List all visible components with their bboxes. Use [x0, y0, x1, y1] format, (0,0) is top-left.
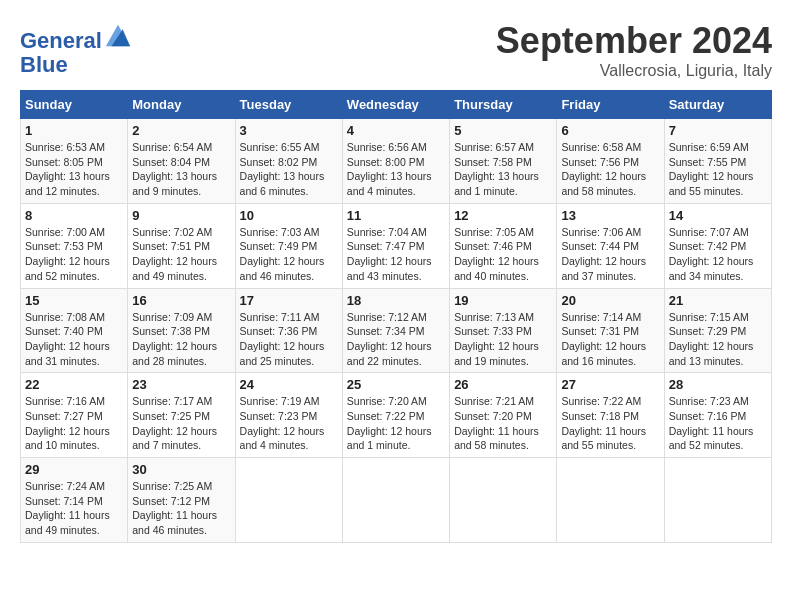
day-number: 1: [25, 123, 123, 138]
title-block: September 2024 Vallecrosia, Liguria, Ita…: [496, 20, 772, 80]
calendar-cell-day-25: 25 Sunrise: 7:20 AM Sunset: 7:22 PM Dayl…: [342, 373, 449, 458]
day-number: 26: [454, 377, 552, 392]
empty-cell: [557, 458, 664, 543]
day-info: Sunrise: 7:22 AM Sunset: 7:18 PM Dayligh…: [561, 394, 659, 453]
day-info: Sunrise: 7:15 AM Sunset: 7:29 PM Dayligh…: [669, 310, 767, 369]
table-row: 1 Sunrise: 6:53 AM Sunset: 8:05 PM Dayli…: [21, 119, 772, 204]
empty-cell: [342, 458, 449, 543]
calendar-cell-day-19: 19 Sunrise: 7:13 AM Sunset: 7:33 PM Dayl…: [450, 288, 557, 373]
day-info: Sunrise: 7:08 AM Sunset: 7:40 PM Dayligh…: [25, 310, 123, 369]
day-info: Sunrise: 7:05 AM Sunset: 7:46 PM Dayligh…: [454, 225, 552, 284]
day-number: 7: [669, 123, 767, 138]
day-info: Sunrise: 6:59 AM Sunset: 7:55 PM Dayligh…: [669, 140, 767, 199]
day-number: 4: [347, 123, 445, 138]
table-row: 15 Sunrise: 7:08 AM Sunset: 7:40 PM Dayl…: [21, 288, 772, 373]
day-number: 18: [347, 293, 445, 308]
calendar-cell-day-22: 22 Sunrise: 7:16 AM Sunset: 7:27 PM Dayl…: [21, 373, 128, 458]
day-info: Sunrise: 7:14 AM Sunset: 7:31 PM Dayligh…: [561, 310, 659, 369]
col-tuesday: Tuesday: [235, 91, 342, 119]
calendar-cell-day-3: 3 Sunrise: 6:55 AM Sunset: 8:02 PM Dayli…: [235, 119, 342, 204]
day-info: Sunrise: 7:03 AM Sunset: 7:49 PM Dayligh…: [240, 225, 338, 284]
day-number: 25: [347, 377, 445, 392]
day-info: Sunrise: 7:07 AM Sunset: 7:42 PM Dayligh…: [669, 225, 767, 284]
calendar-cell-day-16: 16 Sunrise: 7:09 AM Sunset: 7:38 PM Dayl…: [128, 288, 235, 373]
day-number: 11: [347, 208, 445, 223]
table-row: 29 Sunrise: 7:24 AM Sunset: 7:14 PM Dayl…: [21, 458, 772, 543]
calendar-cell-day-1: 1 Sunrise: 6:53 AM Sunset: 8:05 PM Dayli…: [21, 119, 128, 204]
day-info: Sunrise: 7:17 AM Sunset: 7:25 PM Dayligh…: [132, 394, 230, 453]
col-saturday: Saturday: [664, 91, 771, 119]
calendar-cell-day-11: 11 Sunrise: 7:04 AM Sunset: 7:47 PM Dayl…: [342, 203, 449, 288]
col-wednesday: Wednesday: [342, 91, 449, 119]
day-number: 12: [454, 208, 552, 223]
calendar-cell-day-5: 5 Sunrise: 6:57 AM Sunset: 7:58 PM Dayli…: [450, 119, 557, 204]
day-info: Sunrise: 7:09 AM Sunset: 7:38 PM Dayligh…: [132, 310, 230, 369]
day-info: Sunrise: 6:55 AM Sunset: 8:02 PM Dayligh…: [240, 140, 338, 199]
day-number: 3: [240, 123, 338, 138]
day-info: Sunrise: 6:57 AM Sunset: 7:58 PM Dayligh…: [454, 140, 552, 199]
day-number: 22: [25, 377, 123, 392]
calendar-cell-day-30: 30 Sunrise: 7:25 AM Sunset: 7:12 PM Dayl…: [128, 458, 235, 543]
empty-cell: [450, 458, 557, 543]
day-number: 17: [240, 293, 338, 308]
day-number: 23: [132, 377, 230, 392]
day-info: Sunrise: 7:06 AM Sunset: 7:44 PM Dayligh…: [561, 225, 659, 284]
logo-text: General: [20, 20, 132, 53]
day-info: Sunrise: 7:13 AM Sunset: 7:33 PM Dayligh…: [454, 310, 552, 369]
calendar-table: Sunday Monday Tuesday Wednesday Thursday…: [20, 90, 772, 543]
col-sunday: Sunday: [21, 91, 128, 119]
day-info: Sunrise: 7:12 AM Sunset: 7:34 PM Dayligh…: [347, 310, 445, 369]
month-title: September 2024: [496, 20, 772, 62]
calendar-cell-day-27: 27 Sunrise: 7:22 AM Sunset: 7:18 PM Dayl…: [557, 373, 664, 458]
day-info: Sunrise: 7:16 AM Sunset: 7:27 PM Dayligh…: [25, 394, 123, 453]
calendar-cell-day-9: 9 Sunrise: 7:02 AM Sunset: 7:51 PM Dayli…: [128, 203, 235, 288]
day-info: Sunrise: 7:20 AM Sunset: 7:22 PM Dayligh…: [347, 394, 445, 453]
calendar-cell-day-24: 24 Sunrise: 7:19 AM Sunset: 7:23 PM Dayl…: [235, 373, 342, 458]
location-title: Vallecrosia, Liguria, Italy: [496, 62, 772, 80]
day-info: Sunrise: 7:04 AM Sunset: 7:47 PM Dayligh…: [347, 225, 445, 284]
calendar-cell-day-12: 12 Sunrise: 7:05 AM Sunset: 7:46 PM Dayl…: [450, 203, 557, 288]
calendar-cell-day-13: 13 Sunrise: 7:06 AM Sunset: 7:44 PM Dayl…: [557, 203, 664, 288]
day-number: 21: [669, 293, 767, 308]
col-thursday: Thursday: [450, 91, 557, 119]
calendar-header-row: Sunday Monday Tuesday Wednesday Thursday…: [21, 91, 772, 119]
calendar-cell-day-21: 21 Sunrise: 7:15 AM Sunset: 7:29 PM Dayl…: [664, 288, 771, 373]
logo-icon: [104, 20, 132, 48]
day-number: 16: [132, 293, 230, 308]
day-number: 29: [25, 462, 123, 477]
day-number: 2: [132, 123, 230, 138]
day-info: Sunrise: 7:02 AM Sunset: 7:51 PM Dayligh…: [132, 225, 230, 284]
day-number: 5: [454, 123, 552, 138]
day-info: Sunrise: 7:25 AM Sunset: 7:12 PM Dayligh…: [132, 479, 230, 538]
calendar-cell-day-18: 18 Sunrise: 7:12 AM Sunset: 7:34 PM Dayl…: [342, 288, 449, 373]
day-number: 13: [561, 208, 659, 223]
day-info: Sunrise: 6:54 AM Sunset: 8:04 PM Dayligh…: [132, 140, 230, 199]
calendar-cell-day-29: 29 Sunrise: 7:24 AM Sunset: 7:14 PM Dayl…: [21, 458, 128, 543]
day-info: Sunrise: 7:21 AM Sunset: 7:20 PM Dayligh…: [454, 394, 552, 453]
day-number: 14: [669, 208, 767, 223]
day-number: 10: [240, 208, 338, 223]
logo-blue: Blue: [20, 53, 132, 77]
empty-cell: [664, 458, 771, 543]
day-number: 20: [561, 293, 659, 308]
empty-cell: [235, 458, 342, 543]
calendar-cell-day-20: 20 Sunrise: 7:14 AM Sunset: 7:31 PM Dayl…: [557, 288, 664, 373]
day-info: Sunrise: 6:56 AM Sunset: 8:00 PM Dayligh…: [347, 140, 445, 199]
day-number: 27: [561, 377, 659, 392]
calendar-cell-day-15: 15 Sunrise: 7:08 AM Sunset: 7:40 PM Dayl…: [21, 288, 128, 373]
day-number: 24: [240, 377, 338, 392]
day-number: 30: [132, 462, 230, 477]
calendar-cell-day-8: 8 Sunrise: 7:00 AM Sunset: 7:53 PM Dayli…: [21, 203, 128, 288]
day-number: 6: [561, 123, 659, 138]
day-info: Sunrise: 7:11 AM Sunset: 7:36 PM Dayligh…: [240, 310, 338, 369]
calendar-cell-day-28: 28 Sunrise: 7:23 AM Sunset: 7:16 PM Dayl…: [664, 373, 771, 458]
day-info: Sunrise: 6:53 AM Sunset: 8:05 PM Dayligh…: [25, 140, 123, 199]
day-info: Sunrise: 7:00 AM Sunset: 7:53 PM Dayligh…: [25, 225, 123, 284]
logo: General Blue: [20, 20, 132, 77]
calendar-cell-day-2: 2 Sunrise: 6:54 AM Sunset: 8:04 PM Dayli…: [128, 119, 235, 204]
day-number: 8: [25, 208, 123, 223]
calendar-cell-day-14: 14 Sunrise: 7:07 AM Sunset: 7:42 PM Dayl…: [664, 203, 771, 288]
col-monday: Monday: [128, 91, 235, 119]
table-row: 8 Sunrise: 7:00 AM Sunset: 7:53 PM Dayli…: [21, 203, 772, 288]
col-friday: Friday: [557, 91, 664, 119]
